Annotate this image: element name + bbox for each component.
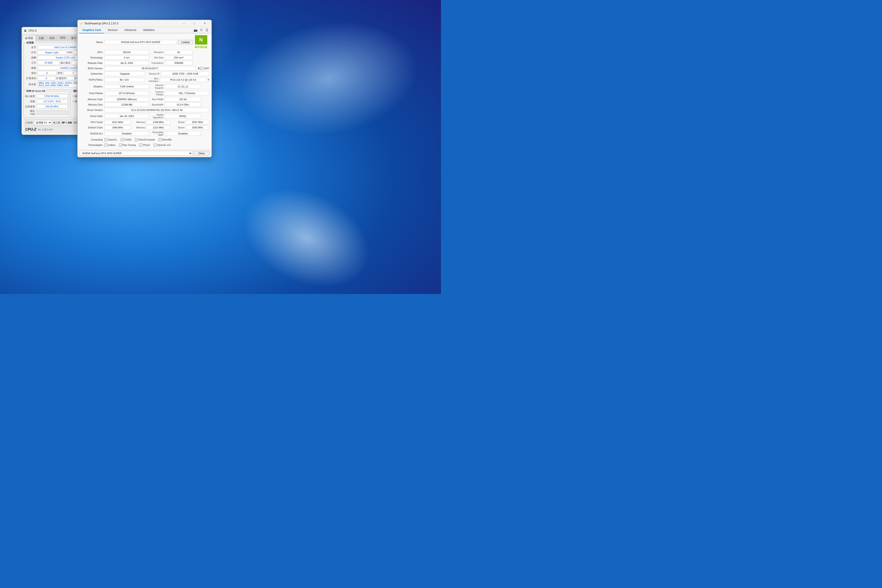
gpuz-sli-value: Disabled [104, 131, 149, 136]
gpuz-resizable-bar-value: Disabled [165, 131, 201, 136]
cpuz-core-speed-value: 5700.00 MHz [36, 94, 68, 98]
cpuz-codename-label: 代号 [25, 51, 38, 54]
gpuz-raytracing-checkbox[interactable]: ✓ [119, 144, 122, 147]
gpuz-tab-graphics-card[interactable]: Graphics Card [80, 27, 104, 33]
gpuz-tab-icons: 📷 ↻ ☰ [193, 27, 210, 33]
gpuz-bus-help-icon[interactable]: ? [207, 78, 209, 82]
gpuz-minimize-btn[interactable]: ─ [179, 20, 189, 27]
cpuz-tech-label: 工艺 [25, 61, 38, 64]
gpuz-close-btn[interactable]: ✕ [200, 20, 210, 27]
cpuz-voltage-label: 核心电压 [60, 61, 71, 64]
gpuz-name-value: NVIDIA GeForce RTX 4070 SUPER [104, 40, 177, 44]
gpuz-title-bar: ⚡ TechPowerUp GPU-Z 2.57.0 ─ □ ✕ [78, 20, 212, 27]
cpuz-multiplier-label: 倍频 [25, 100, 36, 103]
gpuz-window-controls: ─ □ ✕ [179, 20, 210, 27]
cpuz-family-label: 系列 [25, 72, 38, 75]
gpuz-default-boost-label: Boost [170, 126, 186, 129]
cpuz-tech-value: 10 纳米 [38, 61, 60, 65]
gpuz-release-date-label: Release Date [80, 62, 104, 64]
cpuz-processor-title: 处理器 [26, 41, 35, 44]
gpuz-lookup-btn[interactable]: Lookup [178, 40, 193, 44]
gpuz-tech-checks: ✓ Vulkan ✓ Ray Tracing ✓ PhysX ✓ OpenGL … [104, 144, 209, 147]
cpuz-core-speed-label: 核心速度 [25, 94, 36, 98]
cpuz-bus-speed-row: 总线速度 100.00 MHz [25, 104, 68, 109]
gpuz-device-id-value: 10DE 2783 - 1458 4138 [161, 72, 209, 76]
cpuz-core-speed-row: 核心速度 5700.00 MHz [25, 94, 68, 98]
gpuz-vulkan-label: Vulkan [108, 144, 116, 146]
gpuz-title: TechPowerUp GPU-Z 2.57.0 [84, 22, 179, 25]
gpuz-opencl-checkbox[interactable]: ✓ [104, 138, 107, 141]
gpuz-pixel-fillrate-value: 207.8 GPixel/s [104, 91, 149, 96]
gpuz-memory-size-label: Memory Size [80, 103, 104, 106]
gpuz-sli-label: NVIDIA SLI [80, 132, 104, 135]
cpuz-clocks-section: 时钟 (P-Core #0) 核心速度 5700.00 MHz 倍频 x 57.… [24, 91, 69, 118]
gpuz-memory-size-value: 12288 MB [104, 102, 149, 107]
nvidia-logo-container: N NVIDIA [193, 35, 209, 49]
gpuz-driver-version-value: 31.0.15.5123 (NVIDIA 551.23) DCH / Win11… [104, 108, 209, 112]
gpuz-physx-checkbox[interactable]: ✓ [140, 144, 142, 147]
gpuz-uefi-checkbox[interactable]: ✓ [200, 67, 203, 70]
cpuz-name-label: 名字 [25, 46, 38, 49]
gpuz-sli-row: NVIDIA SLI Disabled Resizable BAR Disabl… [80, 130, 209, 137]
gpuz-tab-sensors[interactable]: Sensors [105, 27, 121, 33]
gpuz-gpu-label: GPU [80, 51, 104, 54]
gpuz-release-date-value: Jan 8, 2024 [104, 61, 149, 65]
gpuz-default-clock-row: Default Clock 1980 MHz Memory 1313 MHz B… [80, 125, 209, 130]
gpuz-computing-row: Computing ✓ OpenCL ✓ CUDA ✓ DirectComput… [80, 137, 209, 142]
gpuz-maximize-btn[interactable]: □ [189, 20, 200, 27]
gpuz-default-boost-value: 2565 MHz [186, 125, 209, 130]
cpuz-tab-spd[interactable]: SPD [58, 35, 68, 41]
gpuz-vulkan-check: ✓ Vulkan [104, 144, 116, 147]
gpuz-directcompute-check: ✓ DirectCompute [135, 138, 155, 141]
gpuz-transistors-label: Transistors [149, 61, 165, 65]
cpuz-tab-processor[interactable]: 处理器 [22, 35, 36, 41]
gpuz-memory-type-value: GDDR6X (Micron) [104, 97, 149, 102]
cpuz-clocks-content: 核心速度 5700.00 MHz 倍频 x 57.0 (8.0 - 60.0) … [24, 91, 69, 117]
cpuz-app-icon: 🖥 [24, 29, 27, 33]
gpuz-boost-value: 2597 MHz [186, 120, 209, 124]
cpuz-ext-family-label: 扩展系列 [25, 76, 38, 80]
cpuz-bus-speed-value: 100.00 MHz [36, 104, 68, 108]
gpuz-device-id-label: Device ID [145, 72, 161, 75]
nvidia-logo-icon: N [195, 35, 207, 45]
gpuz-directml-check: ✓ DirectML [159, 138, 172, 141]
gpuz-directcompute-checkbox[interactable]: ✓ [135, 138, 138, 141]
cpuz-tab-motherboard[interactable]: 主板 [36, 35, 46, 41]
gpuz-bios-label: BIOS Version [80, 67, 104, 70]
gpuz-bios-save-icon[interactable]: ⬆ [197, 66, 200, 70]
gpuz-window: ⚡ TechPowerUp GPU-Z 2.57.0 ─ □ ✕ Graphic… [77, 20, 212, 157]
gpuz-cuda-checkbox[interactable]: ✓ [121, 138, 124, 141]
gpuz-footer: NVIDIA GeForce RTX 4070 SUPER Close [78, 149, 212, 157]
cpuz-title: CPU-Z [28, 29, 85, 32]
gpuz-vulkan-checkbox[interactable]: ✓ [104, 144, 107, 147]
gpuz-gpu-row: GPU AD104 Revision A1 [80, 50, 209, 55]
gpuz-opengl-checkbox[interactable]: ✓ [154, 144, 157, 147]
cpuz-core-count-value: 8P + 16E [62, 121, 72, 124]
gpuz-die-size-label: Die Size [149, 56, 165, 59]
cpuz-fsb-row: 额定 FSB [25, 110, 68, 116]
cpuz-processor-select[interactable]: 处理器 #1 [34, 120, 52, 125]
gpuz-gpu-select[interactable]: NVIDIA GeForce RTX 4070 SUPER [80, 151, 192, 156]
gpuz-raytracing-label: Ray Tracing [123, 144, 136, 146]
gpuz-driver-date-label: Driver Date [80, 115, 104, 117]
gpuz-gpu-clock-value: 2012 MHz [104, 120, 131, 124]
gpuz-memory-clock-label: Memory [131, 120, 147, 124]
gpuz-uefi-label: UEFI [204, 67, 209, 70]
gpuz-computing-checks: ✓ OpenCL ✓ CUDA ✓ DirectCompute ✓ Direct… [104, 138, 209, 141]
gpuz-pixel-fillrate-label: Pixel Fillrate [80, 92, 104, 94]
cpuz-tab-memory[interactable]: 内存 [47, 35, 57, 41]
cpuz-clocks-title: 时钟 (P-Core #0) [26, 89, 46, 93]
gpuz-directcompute-label: DirectCompute [138, 138, 155, 141]
gpuz-texture-fillrate-label: Texture Fillrate [149, 90, 165, 96]
gpuz-revision-value: A1 [165, 50, 193, 54]
gpuz-tab-advanced[interactable]: Advanced [121, 27, 140, 33]
cpuz-tdp-label: TDP [66, 51, 73, 54]
gpuz-refresh-icon[interactable]: ↻ [200, 28, 203, 32]
gpuz-directml-checkbox[interactable]: ✓ [159, 138, 162, 141]
gpuz-camera-icon[interactable]: 📷 [193, 28, 198, 32]
gpuz-tab-validation[interactable]: Validation [140, 27, 158, 33]
gpuz-app-icon: ⚡ [80, 22, 83, 26]
gpuz-menu-icon[interactable]: ☰ [205, 28, 209, 32]
gpuz-name-row: Name NVIDIA GeForce RTX 4070 SUPER Looku… [80, 35, 209, 49]
gpuz-close-button[interactable]: Close [194, 151, 209, 156]
